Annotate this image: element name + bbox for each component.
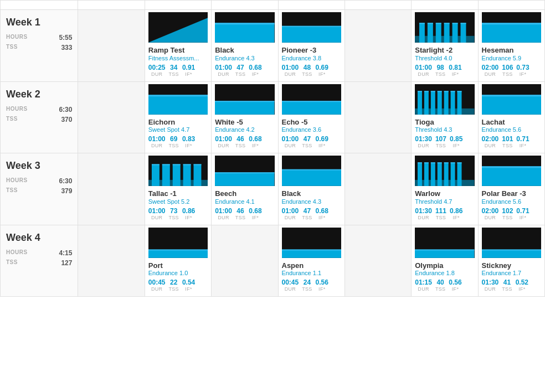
workout-type: Fitness Assessm... [148,55,208,61]
dur-group: 01:00 DUR [148,207,166,220]
workout-card[interactable]: Eichorn Sweet Spot 4.7 01:00 DUR 69 TSS … [145,82,211,153]
workout-card[interactable]: Warlow Threshold 4.7 01:30 DUR 111 TSS 0… [412,153,477,225]
workout-card[interactable]: Tallac -1 Sweet Spot 5.2 01:00 DUR 73 TS… [145,153,211,225]
svg-rect-32 [282,101,341,115]
dur-group: 02:00 DUR [482,64,499,77]
dur-group: 01:15 DUR [415,278,432,292]
workout-card[interactable]: Stickney Endurance 1.7 01:30 DUR 41 TSS … [479,225,544,297]
workout-day[interactable]: Tioga Threshold 4.3 01:30 DUR 107 TSS 0.… [412,81,478,153]
workout-name: Heseman [482,46,541,55]
svg-rect-67 [215,172,274,173]
workout-card[interactable]: Pioneer -3 Endurance 3.8 01:00 DUR 48 TS… [279,10,345,81]
if-label: IF* [452,286,459,292]
tss-stat: TSS 370 [6,116,72,123]
workout-card[interactable]: Lachat Endurance 5.6 02:00 DUR 101 TSS 0… [479,82,544,153]
dur-group: 01:30 DUR [415,135,432,148]
workout-name: Black [215,46,274,55]
workout-type: Endurance 4.3 [282,198,341,205]
svg-rect-45 [444,91,449,92]
workout-day[interactable]: White -5 Endurance 4.2 01:00 DUR 46 TSS … [212,81,278,153]
workout-card[interactable]: White -5 Endurance 4.2 01:00 DUR 46 TSS … [212,82,277,153]
svg-rect-83 [451,162,455,186]
workout-card[interactable]: Ramp Test Fitness Assessm... 00:25 DUR 3… [145,10,211,81]
workout-day[interactable]: Eichorn Sweet Spot 4.7 01:00 DUR 69 TSS … [145,81,211,153]
workout-card[interactable]: Starlight -2 Threshold 4.0 01:00 DUR 98 … [412,10,477,81]
tss-value: 41 [503,278,511,286]
workout-name: Aspen [282,261,341,270]
if-group: 0.91 IF* [182,64,195,77]
workout-card[interactable]: Heseman Endurance 5.9 02:00 DUR 106 TSS … [479,10,544,81]
workout-chart [415,12,474,43]
dur-value: 01:00 [415,64,432,71]
workout-day[interactable]: Black Endurance 4.3 01:00 DUR 47 TSS 0.6… [278,153,345,225]
dur-group: 01:00 DUR [148,135,166,148]
svg-rect-101 [482,249,541,250]
tss-label: TSS [235,143,245,148]
tss-group: 102 TSS [502,207,513,220]
dur-value: 01:30 [415,207,432,215]
workout-card[interactable]: Polar Bear -3 Endurance 5.6 02:00 DUR 10… [479,153,544,225]
workout-card[interactable]: Aspen Endurance 1.1 00:45 DUR 24 TSS 0.5… [279,225,345,297]
workout-day[interactable]: Beech Endurance 4.1 01:00 DUR 46 TSS 0.6… [212,153,278,225]
workout-day[interactable]: Starlight -2 Threshold 4.0 01:00 DUR 98 … [412,10,478,82]
svg-rect-82 [444,162,449,163]
workout-day[interactable]: Black Endurance 4.3 01:00 DUR 47 TSS 0.6… [212,10,278,82]
dur-label: DUR [151,286,162,292]
tss-label: TSS [435,286,445,292]
if-label: IF* [185,143,192,148]
if-value: 0.68 [249,207,261,215]
week-label-cell: Week 1 HOURS 5:55 TSS 333 [1,10,78,82]
workout-day[interactable]: Aspen Endurance 1.1 00:45 DUR 24 TSS 0.5… [278,225,345,297]
workout-card[interactable]: Black Endurance 4.3 01:00 DUR 47 TSS 0.6… [279,153,345,225]
workout-stats: 00:45 DUR 22 TSS 0.54 IF* [148,278,208,292]
workout-day[interactable]: Tallac -1 Sweet Spot 5.2 01:00 DUR 73 TS… [145,153,211,225]
tss-label: TSS [502,71,512,77]
workout-day[interactable]: Stickney Endurance 1.7 01:30 DUR 41 TSS … [478,225,544,297]
tss-group: 98 TSS [435,64,445,77]
svg-rect-19 [453,23,458,24]
svg-rect-69 [282,169,341,186]
workout-day[interactable]: Lachat Endurance 5.6 02:00 DUR 101 TSS 0… [478,81,544,153]
week-label: Week 3 [6,160,72,172]
workout-card[interactable]: Black Endurance 4.3 01:00 DUR 47 TSS 0.6… [212,10,277,81]
tss-group: 22 TSS [168,278,178,292]
svg-rect-11 [419,23,425,24]
tss-group: 24 TSS [302,278,312,292]
workout-day[interactable]: Echo -5 Endurance 3.6 01:00 DUR 47 TSS 0… [278,81,345,153]
workout-day[interactable]: Heseman Endurance 5.9 02:00 DUR 106 TSS … [478,10,544,82]
workout-stats: 01:30 DUR 107 TSS 0.85 IF* [415,135,474,148]
week-row-4: Week 4 HOURS 4:15 TSS 127 Port Endurance… [1,225,545,297]
workout-type: Endurance 1.7 [482,270,541,276]
hours-label: HOURS [6,177,28,185]
svg-rect-16 [444,23,450,43]
dur-label: DUR [418,71,429,77]
workout-day[interactable]: Olympia Endurance 1.8 01:15 DUR 40 TSS 0… [412,225,478,297]
if-value: 0.85 [450,135,462,143]
workout-day[interactable]: Warlow Threshold 4.7 01:30 DUR 111 TSS 0… [412,153,478,225]
tss-value: 333 [61,44,72,51]
tss-value: 379 [61,187,72,195]
tss-label: TSS [502,286,512,292]
workout-card[interactable]: Echo -5 Endurance 3.6 01:00 DUR 47 TSS 0… [279,82,345,153]
tss-stat: TSS 379 [6,187,72,195]
svg-rect-23 [482,23,541,43]
svg-rect-81 [444,162,449,186]
svg-rect-91 [148,249,208,257]
if-group: 0.71 IF* [516,207,529,220]
workout-chart [482,228,541,258]
workout-name: Echo -5 [282,118,341,127]
svg-rect-58 [162,164,170,166]
workout-type: Threshold 4.0 [415,55,474,61]
workout-day[interactable]: Pioneer -3 Endurance 3.8 01:00 DUR 48 TS… [278,10,345,82]
workout-card[interactable]: Tioga Threshold 4.3 01:30 DUR 107 TSS 0.… [412,82,477,153]
workout-day[interactable]: Port Endurance 1.0 00:45 DUR 22 TSS 0.54… [145,225,211,297]
tss-group: 48 TSS [302,64,312,77]
workout-card[interactable]: Port Endurance 1.0 00:45 DUR 22 TSS 0.54… [145,225,211,297]
dur-label: DUR [151,143,162,148]
workout-card[interactable]: Beech Endurance 4.1 01:00 DUR 46 TSS 0.6… [212,153,277,225]
workout-card[interactable]: Olympia Endurance 1.8 01:15 DUR 40 TSS 0… [412,225,477,297]
dur-group: 00:45 DUR [148,278,166,292]
workout-day[interactable]: Ramp Test Fitness Assessm... 00:25 DUR 3… [145,10,211,82]
workout-day[interactable]: Polar Bear -3 Endurance 5.6 02:00 DUR 10… [478,153,544,225]
workout-name: Tallac -1 [148,189,208,198]
